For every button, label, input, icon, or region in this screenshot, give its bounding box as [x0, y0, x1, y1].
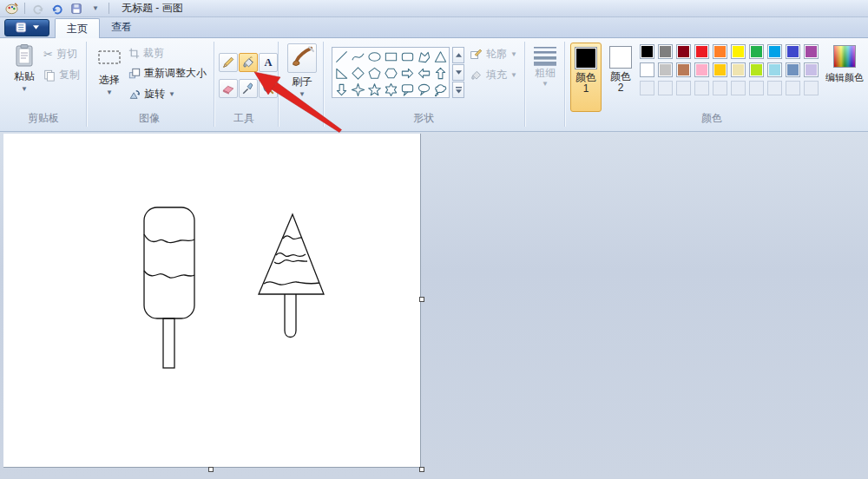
- shape-rounded-rectangle-icon[interactable]: [399, 49, 416, 65]
- palette-empty-slot: [694, 81, 709, 95]
- shape-callout-rounded-icon[interactable]: [399, 82, 416, 98]
- palette-swatch[interactable]: [749, 44, 764, 59]
- shape-callout-oval-icon[interactable]: [416, 82, 432, 98]
- palette-swatch[interactable]: [713, 62, 727, 77]
- shape-rectangle-icon[interactable]: [383, 49, 399, 65]
- palette-swatch[interactable]: [694, 62, 709, 77]
- shape-arrow-up-icon[interactable]: [432, 65, 449, 82]
- canvas-resize-handle-right[interactable]: [419, 297, 424, 302]
- text-tool-button[interactable]: A: [259, 53, 278, 72]
- tools-group-label: 工具: [212, 111, 276, 126]
- fill-dropdown-icon[interactable]: ▼: [510, 72, 517, 79]
- palette-empty-slot: [731, 81, 746, 95]
- shape-star-6-icon[interactable]: [383, 82, 399, 98]
- palette-swatch[interactable]: [731, 62, 746, 77]
- select-dropdown-icon[interactable]: ▼: [106, 89, 113, 96]
- shape-arrow-left-icon[interactable]: [416, 65, 432, 82]
- palette-swatch[interactable]: [658, 62, 673, 77]
- copy-button: 复制: [43, 68, 80, 82]
- palette-swatch[interactable]: [804, 62, 819, 77]
- application-menu-button[interactable]: [4, 19, 49, 36]
- shape-polygon-icon[interactable]: [416, 49, 432, 65]
- tab-home[interactable]: 主页: [55, 18, 100, 38]
- pencil-tool-button[interactable]: [219, 53, 238, 72]
- rotate-dropdown-icon[interactable]: ▼: [168, 91, 175, 98]
- eraser-icon: [221, 82, 235, 95]
- save-icon[interactable]: [69, 2, 84, 16]
- shape-outline-button[interactable]: 轮廓 ▼: [470, 47, 517, 62]
- group-divider: [524, 42, 525, 127]
- size-dropdown-icon: ▼: [542, 81, 549, 88]
- size-lines-icon: [533, 45, 557, 66]
- eraser-tool-button[interactable]: [219, 79, 238, 98]
- brushes-dropdown-icon[interactable]: ▼: [299, 91, 306, 98]
- palette-swatch[interactable]: [749, 62, 764, 77]
- group-divider: [278, 42, 279, 127]
- palette-swatch[interactable]: [694, 44, 709, 59]
- color-picker-icon: [241, 82, 255, 95]
- palette-empty-slot: [804, 81, 819, 95]
- popsicle-outline: [144, 207, 194, 368]
- paste-dropdown-icon[interactable]: ▼: [21, 86, 28, 93]
- palette-empty-slot: [749, 81, 764, 95]
- palette-swatch[interactable]: [786, 44, 800, 59]
- paint-logo-icon[interactable]: [3, 2, 19, 16]
- paste-button[interactable]: 粘贴 ▼: [7, 43, 42, 113]
- tab-view[interactable]: 查看: [100, 17, 143, 37]
- shape-right-triangle-icon[interactable]: [333, 65, 350, 82]
- palette-swatch[interactable]: [658, 44, 673, 59]
- shape-hexagon-icon[interactable]: [383, 65, 399, 82]
- palette-swatch[interactable]: [676, 44, 691, 59]
- color2-swatch: [609, 46, 632, 69]
- outline-dropdown-icon[interactable]: ▼: [510, 51, 517, 58]
- shape-fill-button[interactable]: 填充 ▼: [470, 68, 517, 82]
- palette-swatch[interactable]: [767, 44, 782, 59]
- shape-callout-cloud-icon[interactable]: [432, 82, 449, 98]
- shape-line-icon[interactable]: [333, 49, 350, 65]
- fill-bucket-icon: [241, 56, 255, 69]
- palette-swatch[interactable]: [713, 44, 727, 59]
- shapes-scroll-up-icon[interactable]: [452, 47, 464, 63]
- shape-ellipse-icon[interactable]: [366, 49, 383, 65]
- palette-swatch[interactable]: [640, 62, 654, 77]
- shape-curve-icon[interactable]: [350, 49, 366, 65]
- select-button[interactable]: 选择 ▼: [92, 43, 127, 113]
- color2-button[interactable]: 颜色 2: [605, 43, 636, 112]
- shape-pentagon-icon[interactable]: [366, 65, 383, 82]
- rotate-button[interactable]: 旋转 ▼: [128, 87, 175, 102]
- drawing-canvas[interactable]: [3, 134, 421, 468]
- shapes-scroll-down-icon[interactable]: [452, 64, 464, 81]
- magnifier-tool-button[interactable]: [259, 79, 278, 98]
- tools-row-2: [219, 79, 278, 98]
- palette-swatch[interactable]: [804, 44, 819, 59]
- shape-diamond-icon[interactable]: [350, 65, 366, 82]
- shapes-group-label: 形状: [380, 111, 467, 126]
- palette-empty-slot: [676, 81, 691, 95]
- outline-icon: [470, 48, 483, 61]
- canvas-resize-handle-corner[interactable]: [419, 467, 424, 472]
- shapes-more-icon[interactable]: [452, 82, 464, 98]
- shape-star-4-icon[interactable]: [350, 82, 366, 98]
- fill-bucket-tool-button[interactable]: [239, 53, 258, 72]
- edit-colors-button[interactable]: 编辑颜色: [825, 45, 865, 111]
- palette-swatch[interactable]: [640, 44, 654, 59]
- palette-swatch[interactable]: [767, 62, 782, 77]
- palette-swatch[interactable]: [786, 62, 800, 77]
- brushes-button[interactable]: 刷子 ▼: [283, 43, 321, 118]
- image-group-label: 图像: [90, 111, 208, 126]
- palette-swatch[interactable]: [731, 44, 746, 59]
- shape-arrow-right-icon[interactable]: [399, 65, 416, 82]
- shape-triangle-icon[interactable]: [432, 49, 449, 65]
- canvas-resize-handle-bottom[interactable]: [208, 467, 214, 472]
- color1-button[interactable]: 颜色 1: [570, 43, 602, 112]
- shape-star-5-icon[interactable]: [366, 82, 383, 98]
- resize-button[interactable]: 重新调整大小: [128, 66, 207, 81]
- undo-icon[interactable]: [49, 2, 65, 16]
- group-divider: [323, 42, 324, 127]
- colors-group-label: 颜色: [686, 111, 738, 126]
- qat-customize-dropdown-icon[interactable]: ▼: [88, 2, 103, 16]
- color-picker-tool-button[interactable]: [239, 79, 258, 98]
- divider: [108, 3, 109, 14]
- palette-swatch[interactable]: [676, 62, 691, 77]
- shape-arrow-down-icon[interactable]: [333, 82, 350, 98]
